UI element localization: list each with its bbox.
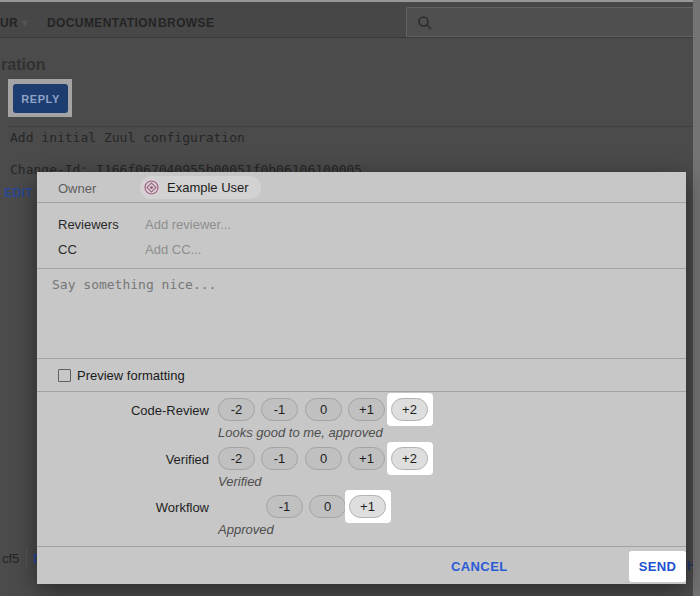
vote-verified-minus1[interactable]: -1 (261, 447, 298, 470)
edit-link[interactable]: EDIT (4, 186, 33, 200)
vote-code-review-0[interactable]: 0 (305, 398, 342, 421)
vote-desc-verified: Verified (218, 474, 262, 489)
window-top-edge (0, 0, 700, 2)
scrollbar[interactable] (693, 0, 700, 596)
reply-dialog: Owner Example User Reviewers Add reviewe… (37, 172, 686, 584)
avatar (142, 178, 161, 197)
vote-desc-code-review: Looks good to me, approved (218, 425, 383, 440)
screen: UR▾ DOCUMENTATION▾ BROWSE ration REPLY A… (0, 0, 700, 596)
send-button[interactable]: SEND (629, 551, 686, 582)
nav-browse-label: BROWSE (158, 16, 214, 30)
comment-textarea[interactable]: Say something nice... (37, 269, 686, 358)
app-header: UR▾ DOCUMENTATION▾ BROWSE (0, 0, 700, 38)
divider (37, 391, 686, 392)
commit-subject: Add initial Zuul configuration (10, 130, 245, 145)
vote-code-review-plus1[interactable]: +1 (348, 398, 385, 421)
vote-code-review-minus1[interactable]: -1 (261, 398, 298, 421)
send-button-highlight: SEND (629, 551, 686, 582)
nav-item-browse[interactable]: BROWSE (158, 16, 214, 30)
vote-workflow-0[interactable]: 0 (309, 495, 346, 518)
vote-workflow-minus1[interactable]: -1 (266, 495, 303, 518)
owner-label: Owner (58, 181, 96, 196)
vote-label-code-review: Code-Review (37, 403, 209, 418)
owner-chip[interactable]: Example User (140, 176, 261, 199)
reply-button[interactable]: REPLY (13, 84, 68, 113)
vote-label-verified: Verified (37, 452, 209, 467)
chevron-down-icon: ▾ (22, 17, 27, 28)
section-divider (8, 126, 693, 127)
comment-placeholder: Say something nice... (52, 277, 216, 292)
nav-item-documentation[interactable]: DOCUMENTATION▾ (47, 16, 167, 30)
vote-code-review-minus2[interactable]: -2 (218, 398, 255, 421)
preview-formatting-label: Preview formatting (77, 368, 185, 383)
vote-label-workflow: Workflow (37, 500, 209, 515)
vote-verified-minus2[interactable]: -2 (218, 447, 255, 470)
vote-workflow-plus1[interactable]: +1 (349, 495, 386, 518)
vote-code-review-plus2[interactable]: +2 (391, 398, 428, 421)
vote-verified-plus2[interactable]: +2 (391, 447, 428, 470)
preview-formatting-checkbox[interactable] (58, 369, 71, 382)
cancel-button[interactable]: CANCEL (451, 559, 508, 574)
commit-sha-partial: cf5 (2, 551, 19, 566)
search-input[interactable] (406, 7, 695, 37)
page-title: ration (1, 56, 45, 74)
nav-your-label: UR (0, 16, 18, 30)
cc-label: CC (58, 242, 77, 257)
reply-button-highlight: REPLY (8, 79, 72, 117)
vertical-separator (26, 548, 27, 569)
nav-documentation-label: DOCUMENTATION (47, 16, 157, 30)
add-cc-input[interactable]: Add CC... (145, 242, 201, 257)
reviewers-label: Reviewers (58, 217, 119, 232)
nav-item-your[interactable]: UR▾ (0, 16, 28, 30)
vote-desc-workflow: Approved (218, 522, 274, 537)
vote-verified-plus1[interactable]: +1 (348, 447, 385, 470)
divider (37, 546, 686, 547)
add-reviewer-input[interactable]: Add reviewer... (145, 217, 231, 232)
divider (37, 358, 686, 359)
divider (37, 202, 686, 203)
vote-verified-0[interactable]: 0 (305, 447, 342, 470)
owner-name: Example User (167, 180, 249, 195)
